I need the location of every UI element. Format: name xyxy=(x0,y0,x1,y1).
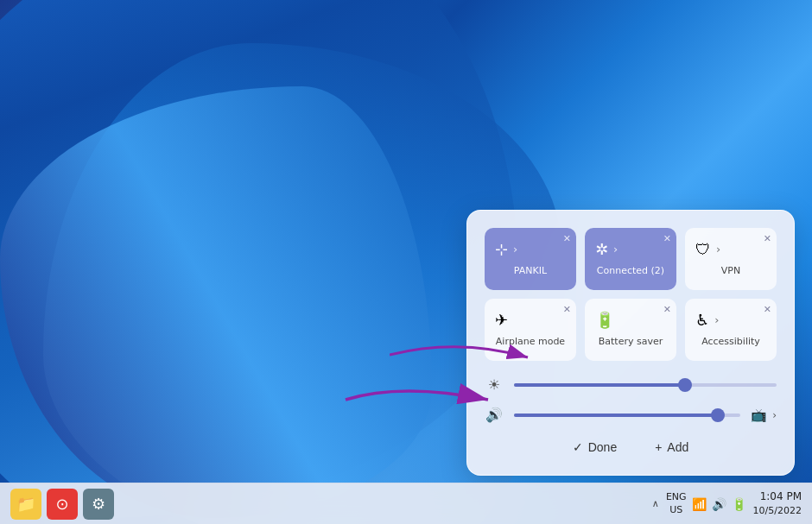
wifi-icon: ⊹ xyxy=(495,240,508,258)
accessibility-chevron-icon: › xyxy=(714,313,719,326)
taskbar-systray: ENG US 📶 🔊 🔋 xyxy=(666,491,746,516)
quick-settings-panel: ✕ ⊹ › PANKIL ✕ ✲ › Connected (2) ✕ 🛡 › V… xyxy=(466,210,795,476)
taskbar-language[interactable]: ENG US xyxy=(666,491,687,516)
tile-label-bluetooth: Connected (2) xyxy=(595,265,666,276)
taskbar-folder-icon[interactable]: 📁 xyxy=(10,489,41,520)
taskbar-clock[interactable]: 1:04 PM 10/5/2022 xyxy=(753,489,802,517)
tile-pin-bluetooth[interactable]: ✕ xyxy=(663,233,671,244)
taskbar-left: 📁 ⊙ ⚙ xyxy=(10,489,114,520)
brightness-thumb[interactable] xyxy=(678,378,692,392)
tile-body-vpn: 🛡 › xyxy=(695,240,766,258)
volume-device-icon: 📺 xyxy=(751,407,767,423)
volume-device-controls: 📺 › xyxy=(751,407,777,423)
tile-pin-wifi[interactable]: ✕ xyxy=(563,233,571,244)
tile-vpn[interactable]: ✕ 🛡 › VPN xyxy=(685,228,777,290)
tile-pin-vpn[interactable]: ✕ xyxy=(764,233,771,244)
taskbar-volume-icon[interactable]: 🔊 xyxy=(712,497,726,511)
vpn-chevron-icon: › xyxy=(716,243,720,256)
taskbar-clock-date: 10/5/2022 xyxy=(753,504,802,517)
tile-bluetooth[interactable]: ✕ ✲ › Connected (2) xyxy=(585,228,676,290)
taskbar-wifi-icon[interactable]: 📶 xyxy=(692,497,707,511)
tile-body-bluetooth: ✲ › xyxy=(595,240,666,258)
taskbar: 📁 ⊙ ⚙ ∧ ENG US 📶 🔊 🔋 1:04 PM 10/5/2022 xyxy=(0,483,812,524)
tile-label-battery: Battery saver xyxy=(595,336,666,347)
tile-pin-airplane[interactable]: ✕ xyxy=(563,304,571,315)
tile-body-battery: 🔋 xyxy=(595,311,666,329)
taskbar-region-label: US xyxy=(666,504,687,516)
volume-slider[interactable] xyxy=(514,414,740,417)
taskbar-up-arrow-icon[interactable]: ∧ xyxy=(652,498,659,509)
tile-label-airplane: Airplane mode xyxy=(495,336,566,347)
tile-wifi[interactable]: ✕ ⊹ › PANKIL xyxy=(485,228,576,290)
taskbar-red-app-icon[interactable]: ⊙ xyxy=(47,489,78,520)
airplane-icon: ✈ xyxy=(495,311,508,329)
bluetooth-chevron-icon: › xyxy=(613,243,618,256)
done-label: Done xyxy=(588,440,617,454)
quick-tiles-grid: ✕ ⊹ › PANKIL ✕ ✲ › Connected (2) ✕ 🛡 › V… xyxy=(485,228,777,361)
taskbar-battery-icon[interactable]: 🔋 xyxy=(732,497,746,511)
tile-body-airplane: ✈ xyxy=(495,311,566,329)
tile-label-vpn: VPN xyxy=(695,265,766,276)
brightness-icon: ☀ xyxy=(485,376,504,393)
tile-pin-battery[interactable]: ✕ xyxy=(663,304,671,315)
brightness-fill xyxy=(514,383,685,387)
vpn-icon: 🛡 xyxy=(695,240,711,258)
taskbar-right: ∧ ENG US 📶 🔊 🔋 1:04 PM 10/5/2022 xyxy=(652,489,802,517)
done-button[interactable]: ✓ Done xyxy=(566,437,624,458)
accessibility-icon: ♿ xyxy=(695,311,709,329)
volume-icon: 🔊 xyxy=(485,407,504,423)
tile-accessibility[interactable]: ✕ ♿ › Accessibility xyxy=(685,299,777,361)
brightness-slider[interactable] xyxy=(514,383,777,387)
brightness-slider-row: ☀ xyxy=(485,376,777,393)
tile-body-accessibility: ♿ › xyxy=(695,311,766,329)
add-plus-icon: + xyxy=(655,440,662,454)
done-check-icon: ✓ xyxy=(573,440,583,454)
volume-slider-row: 🔊 📺 › xyxy=(485,407,777,423)
tile-battery[interactable]: ✕ 🔋 Battery saver xyxy=(585,299,676,361)
volume-fill xyxy=(514,414,718,417)
bluetooth-icon: ✲ xyxy=(595,240,608,258)
taskbar-settings-icon[interactable]: ⚙ xyxy=(83,489,114,520)
tile-label-wifi: PANKIL xyxy=(495,265,566,276)
taskbar-clock-time: 1:04 PM xyxy=(753,489,802,504)
add-label: Add xyxy=(667,440,688,454)
taskbar-lang-label: ENG xyxy=(666,491,687,503)
action-bar: ✓ Done + Add xyxy=(485,437,777,458)
volume-chevron-icon[interactable]: › xyxy=(772,409,777,421)
tile-label-accessibility: Accessibility xyxy=(695,336,766,347)
battery-icon: 🔋 xyxy=(595,311,614,329)
tile-body-wifi: ⊹ › xyxy=(495,240,566,258)
tile-airplane[interactable]: ✕ ✈ Airplane mode xyxy=(485,299,576,361)
wifi-chevron-icon: › xyxy=(513,243,517,256)
add-button[interactable]: + Add xyxy=(648,437,695,458)
tile-pin-accessibility[interactable]: ✕ xyxy=(764,304,771,315)
volume-thumb[interactable] xyxy=(711,408,725,422)
